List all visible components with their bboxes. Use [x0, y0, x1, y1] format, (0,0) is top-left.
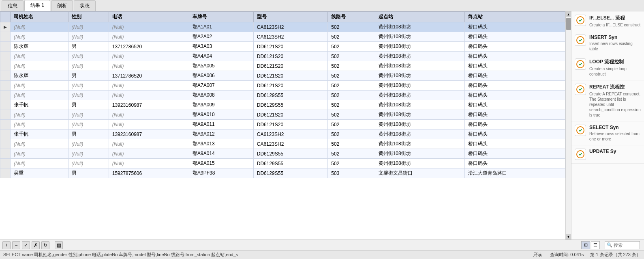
rp-desc-loop: Create a simple loop construct: [589, 66, 641, 77]
rp-title-loop: LOOP 流程控制: [589, 58, 641, 65]
table-container[interactable]: 司机姓名性别电话车牌号型号线路号起点站终点站 ▶(Null)(Null)(Nul…: [0, 11, 565, 240]
row-indicator: [0, 61, 11, 71]
cell-to: 桥口码头: [465, 139, 565, 149]
table-row[interactable]: 吴重男15927875606鄂A9PF38DD6129S55503文馨街文昌街口…: [0, 168, 565, 178]
tab-analysis[interactable]: 剖析: [51, 0, 73, 11]
refresh-button[interactable]: ↻: [41, 241, 49, 249]
cell-to: 桥口码头: [465, 100, 565, 110]
rp-text-loop: LOOP 流程控制Create a simple loop construct: [589, 58, 641, 77]
col-header-司机姓名[interactable]: 司机姓名: [11, 12, 68, 22]
tab-status[interactable]: 状态: [74, 0, 96, 11]
cell-name: (Null): [11, 91, 68, 100]
row-indicator: [0, 130, 11, 139]
cell-model: DD6129S55: [253, 168, 328, 178]
vertical-scrollbar[interactable]: ▲ ▼: [565, 11, 571, 240]
cell-phone: (Null): [109, 32, 189, 42]
grid-view-button[interactable]: ⊞: [581, 241, 590, 249]
table-row[interactable]: (Null)(Null)(Null)鄂A9A015DD6129S55502黄州街…: [0, 159, 565, 168]
col-header-电话[interactable]: 电话: [109, 12, 189, 22]
search-icon: 🔍: [607, 242, 612, 248]
cell-phone: (Null): [109, 52, 189, 61]
rp-title-if-else: IF...ELSE... 流程: [589, 15, 641, 22]
row-indicator: [0, 120, 11, 130]
cell-model: DD6121S20: [253, 42, 328, 52]
table-row[interactable]: 陈永辉男13712786520鄂A6A006DD6121S20502黄州街108…: [0, 71, 565, 81]
cell-model: DD6121S20: [253, 120, 328, 130]
remove-row-button[interactable]: −: [12, 241, 20, 249]
list-view-button[interactable]: ☰: [591, 241, 600, 249]
rp-item-insert-syn[interactable]: INSERT SynInsert new rows existing table: [571, 31, 644, 55]
rp-item-update-syn[interactable]: UPDATE Sy: [571, 145, 644, 164]
rp-item-repeat[interactable]: REPEAT 流程控Create A REPEAT construct. The…: [571, 80, 644, 121]
scroll-thumb[interactable]: [566, 18, 571, 30]
col-header-线路号[interactable]: 线路号: [328, 12, 375, 22]
cell-line: 502: [328, 22, 375, 32]
col-header-起点站[interactable]: 起点站: [375, 12, 465, 22]
cell-name: 陈永辉: [11, 71, 68, 81]
cell-to: 桥口码头: [465, 32, 565, 42]
cell-plate: 鄂A9A013: [189, 139, 254, 149]
rp-item-loop[interactable]: LOOP 流程控制Create a simple loop construct: [571, 55, 644, 80]
rp-item-if-else[interactable]: IF...ELSE... 流程Create a IF...ELSE constr…: [571, 11, 644, 31]
table-row[interactable]: (Null)(Null)(Null)鄂A7A007DD6121S20502黄州街…: [0, 81, 565, 91]
row-indicator: ▶: [0, 22, 11, 32]
cell-phone: 15927875606: [109, 168, 189, 178]
cell-from: 黄州街108街坊: [375, 61, 465, 71]
rp-desc-insert-syn: Insert new rows existing table: [589, 41, 641, 52]
col-indicator: [0, 12, 11, 22]
cell-name: (Null): [11, 110, 68, 120]
table-row[interactable]: 陈永辉男13712786520鄂A3A03DD6121S20502黄州街108街…: [0, 42, 565, 52]
cell-phone: 13712786520: [109, 42, 189, 52]
rp-item-select-syn[interactable]: SELECT SynRetrieve rows selected from on…: [571, 121, 644, 145]
col-header-性别[interactable]: 性别: [68, 12, 109, 22]
table-row[interactable]: 张千帆男13923160987鄂A9A009DD6129S55502黄州街108…: [0, 100, 565, 110]
add-row-button[interactable]: +: [2, 241, 11, 249]
table-row[interactable]: (Null)(Null)(Null)鄂A4A04DD6121S20502黄州街1…: [0, 52, 565, 61]
status-right: 查询时间: 0.041s 第 1 条记录（共 273 条）: [550, 252, 641, 258]
table-row[interactable]: (Null)(Null)(Null)鄂A9A010DD6121S20502黄州街…: [0, 110, 565, 120]
row-indicator: [0, 149, 11, 159]
cell-gender: 男: [68, 71, 109, 81]
table-row[interactable]: (Null)(Null)(Null)鄂A5A005DD6121S20502黄州街…: [0, 61, 565, 71]
cancel-button[interactable]: ✗: [32, 241, 40, 249]
cell-model: DD6121S20: [253, 110, 328, 120]
table-row[interactable]: (Null)(Null)(Null)鄂A8A008DD6129S55502黄州街…: [0, 91, 565, 100]
cell-phone: 13923160987: [109, 100, 189, 110]
bottom-toolbar: + − ✓ ✗ ↻ ▤ ⊞ ☰ 🔍: [0, 240, 644, 250]
cell-line: 502: [328, 52, 375, 61]
row-indicator: [0, 32, 11, 42]
cell-line: 502: [328, 32, 375, 42]
tab-result1[interactable]: 结果 1: [24, 0, 50, 11]
col-header-车牌号[interactable]: 车牌号: [189, 12, 254, 22]
cell-name: (Null): [11, 149, 68, 159]
cell-line: 502: [328, 61, 375, 71]
rp-text-if-else: IF...ELSE... 流程Create a IF...ELSE constr…: [589, 15, 641, 28]
table-row[interactable]: 张千帆男13923160987鄂A9A012CA6123SH2502黄州街108…: [0, 130, 565, 139]
search-input[interactable]: [614, 243, 638, 248]
settings-button[interactable]: ▤: [55, 241, 63, 249]
cell-from: 黄州街108街坊: [375, 71, 465, 81]
col-header-终点站[interactable]: 终点站: [465, 12, 565, 22]
tab-info[interactable]: 信息: [2, 0, 24, 11]
cell-from: 黄州街108街坊: [375, 130, 465, 139]
main-area: 司机姓名性别电话车牌号型号线路号起点站终点站 ▶(Null)(Null)(Nul…: [0, 11, 644, 240]
table-row[interactable]: ▶(Null)(Null)(Null)鄂A1A01CA6123SH2502黄州街…: [0, 22, 565, 32]
rp-text-select-syn: SELECT SynRetrieve rows selected from on…: [589, 125, 641, 142]
row-indicator: [0, 52, 11, 61]
cell-plate: 鄂A9A015: [189, 159, 254, 168]
table-row[interactable]: (Null)(Null)(Null)鄂A9A013CA6123SH2502黄州街…: [0, 139, 565, 149]
table-row[interactable]: (Null)(Null)(Null)鄂A9A011DD6121S20502黄州街…: [0, 120, 565, 130]
rp-title-select-syn: SELECT Syn: [589, 125, 641, 130]
rp-text-insert-syn: INSERT SynInsert new rows existing table: [589, 35, 641, 52]
cell-phone: (Null): [109, 22, 189, 32]
confirm-button[interactable]: ✓: [22, 241, 30, 249]
table-row[interactable]: (Null)(Null)(Null)鄂A2A02CA6123SH2502黄州街1…: [0, 32, 565, 42]
cell-from: 黄州街108街坊: [375, 52, 465, 61]
cell-phone: (Null): [109, 120, 189, 130]
search-box[interactable]: 🔍: [605, 241, 640, 249]
row-indicator: [0, 139, 11, 149]
scroll-down-arrow[interactable]: ▼: [566, 234, 571, 240]
col-header-型号[interactable]: 型号: [253, 12, 328, 22]
table-row[interactable]: (Null)(Null)(Null)鄂A9A014DD6129S55502黄州街…: [0, 149, 565, 159]
scroll-up-arrow[interactable]: ▲: [566, 11, 571, 17]
